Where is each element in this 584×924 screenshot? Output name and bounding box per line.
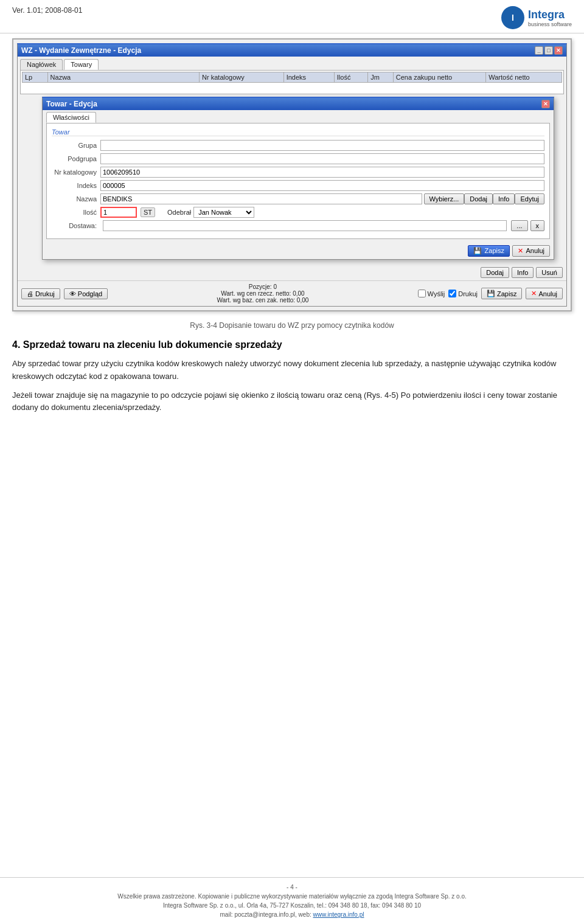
col-jm: Jm [368, 72, 394, 83]
wyslij-checkbox[interactable] [418, 290, 426, 297]
zapisz-wz-button[interactable]: 💾 Zapisz [481, 288, 522, 299]
podgrupa-input[interactable] [100, 153, 544, 164]
wz-titlebar-buttons: _ □ ✕ [535, 46, 563, 55]
tab-towary[interactable]: Towary [64, 59, 99, 70]
wart-baz-text: Wart. wg baz. cen zak. netto: 0,00 [217, 297, 308, 304]
logo-subtitle: business software [528, 21, 572, 27]
wz-usun-button[interactable]: Usuń [536, 267, 563, 278]
ilosc-row: Ilość ST Odebrał Jan Nowak [52, 207, 544, 218]
page-header: Ver. 1.01; 2008-08-01 I Integra business… [0, 0, 584, 33]
wz-table: Lp Nazwa Nr katalogowy Indeks Ilość Jm C… [22, 72, 562, 83]
jm-text: ST [141, 207, 155, 217]
ilosc-label: Ilość [52, 209, 100, 216]
cancel-icon: ✕ [518, 247, 523, 254]
dostawa-dots-button[interactable]: ... [511, 220, 527, 231]
col-nr-kat: Nr katalogowy [200, 72, 284, 83]
podgrupa-label: Podgrupa [52, 155, 100, 162]
svg-text:I: I [512, 13, 514, 23]
cancel-wz-icon: ✕ [531, 290, 537, 297]
print-icon: 🖨 [27, 290, 33, 297]
col-ilosc: Ilość [334, 72, 367, 83]
anuluj-dialog-button[interactable]: ✕ Anuluj [512, 245, 550, 257]
wz-main-area: Lp Nazwa Nr katalogowy Indeks Ilość Jm C… [18, 70, 566, 260]
minimize-btn[interactable]: _ [535, 46, 543, 55]
wyslij-checkbox-row: Wyślij [418, 290, 445, 297]
wz-title: WZ - Wydanie Zewnętrzne - Edycja [21, 46, 141, 55]
preview-icon: 👁 [69, 290, 76, 297]
wz-bottom-center: Pozycje: 0 Wart. wg cen rzecz. netto: 0,… [217, 283, 308, 304]
podglad-button[interactable]: 👁 Podgląd [64, 288, 108, 299]
footer-line2: Integra Software Sp. z o.o., ul. Orla 4a… [12, 901, 572, 910]
nr-kat-label: Nr katalogowy [52, 168, 100, 176]
wz-table-wrapper: Lp Nazwa Nr katalogowy Indeks Ilość Jm C… [20, 70, 564, 94]
figure-caption: Rys. 3-4 Dopisanie towaru do WZ przy pom… [12, 321, 572, 330]
logo-icon: I [501, 6, 524, 29]
body-para2: Jeżeli towar znajduje się na magazynie t… [12, 389, 572, 415]
towar-sub-tabs: Właściwości [43, 110, 554, 123]
col-lp: Lp [23, 72, 48, 83]
wz-info-button[interactable]: Info [512, 267, 534, 278]
zapisz-dialog-button[interactable]: 💾 Zapisz [468, 245, 510, 257]
nr-kat-row: Nr katalogowy [52, 167, 544, 178]
drukuj-button[interactable]: 🖨 Drukuj [21, 288, 60, 299]
towar-titlebar: Towar - Edycja ✕ [43, 98, 554, 110]
ilosc-input[interactable] [100, 207, 137, 218]
section-label: Towar [52, 128, 544, 136]
wz-dodaj-button[interactable]: Dodaj [481, 267, 509, 278]
nazwa-label: Nazwa [52, 195, 100, 203]
nazwa-input[interactable] [100, 193, 422, 204]
section4-heading: 4. Sprzedaż towaru na zleceniu lub dokum… [12, 339, 572, 350]
drukuj-checkbox[interactable] [448, 290, 456, 297]
maximize-btn[interactable]: □ [544, 46, 553, 55]
wybierz-button[interactable]: Wybierz... [424, 193, 465, 204]
podgrupa-row: Podgrupa [52, 153, 544, 164]
col-cena: Cena zakupu netto [393, 72, 485, 83]
wart-rzecz-text: Wart. wg cen rzecz. netto: 0,00 [217, 290, 308, 297]
close-btn[interactable]: ✕ [554, 46, 563, 55]
col-nazwa: Nazwa [47, 72, 199, 83]
col-indeks: Indeks [283, 72, 334, 83]
dostawa-x-button[interactable]: x [530, 220, 545, 231]
dialog-actions: 💾 Zapisz ✕ Anuluj [43, 243, 554, 259]
footer-line3: mail: poczta@integra.info.pl, web: www.i… [12, 910, 572, 919]
odebral-label: Odebrał [167, 209, 191, 216]
tab-nagłówek[interactable]: Nagłówek [20, 59, 63, 70]
towar-title: Towar - Edycja [46, 100, 97, 108]
wyslij-label: Wyślij [428, 290, 445, 297]
nazwa-row: Nazwa Wybierz... Dodaj Info [52, 193, 544, 204]
page-footer: - 4 - Wszelkie prawa zastrzeżone. Kopiow… [0, 877, 584, 924]
props-panel: Towar Grupa Podgrupa [46, 123, 550, 239]
info-button[interactable]: Info [493, 193, 515, 204]
dostawa-input[interactable] [103, 220, 507, 231]
screenshot-container: WZ - Wydanie Zewnętrzne - Edycja _ □ ✕ N… [12, 38, 572, 311]
footer-website[interactable]: www.integra.info.pl [313, 911, 364, 918]
logo-text-area: Integra business software [528, 9, 572, 27]
drukuj-cb-label: Drukuj [458, 290, 478, 297]
dostawa-row: Dostawa: ... x [52, 220, 544, 231]
wz-window: WZ - Wydanie Zewnętrzne - Edycja _ □ ✕ N… [17, 43, 567, 307]
version-text: Ver. 1.01; 2008-08-01 [12, 6, 82, 15]
odebral-select[interactable]: Jan Nowak [193, 207, 254, 218]
dostawa-label: Dostawa: [52, 222, 100, 229]
wz-titlebar: WZ - Wydanie Zewnętrzne - Edycja _ □ ✕ [18, 44, 566, 57]
indeks-input[interactable] [100, 180, 544, 191]
wz-bottom-bar: 🖨 Drukuj 👁 Podgląd Pozycje: 0 Wart. wg c… [18, 280, 566, 306]
wz-actions: Dodaj Info Usuń [18, 265, 566, 280]
logo-brand: Integra [528, 9, 572, 21]
edytuj-button[interactable]: Edytuj [515, 193, 544, 204]
logo-area: I Integra business software [501, 6, 572, 29]
footer-page-num: - 4 - [12, 883, 572, 892]
body-para1: Aby sprzedać towar przy użyciu czytnika … [12, 358, 572, 383]
col-wartosc: Wartość netto [486, 72, 562, 83]
page-content: WZ - Wydanie Zewnętrzne - Edycja _ □ ✕ N… [0, 38, 584, 414]
nr-kat-input[interactable] [100, 167, 544, 178]
anuluj-wz-button[interactable]: ✕ Anuluj [526, 288, 563, 299]
footer-line1: Wszelkie prawa zastrzeżone. Kopiowanie i… [12, 892, 572, 901]
indeks-label: Indeks [52, 182, 100, 189]
sub-tab-właściwości[interactable]: Właściwości [46, 112, 96, 123]
towar-close-btn[interactable]: ✕ [541, 100, 550, 108]
grupa-row: Grupa [52, 140, 544, 151]
grupa-input[interactable] [100, 140, 544, 151]
dodaj-button[interactable]: Dodaj [464, 193, 493, 204]
drukuj-checkbox-row: Drukuj [448, 290, 478, 297]
